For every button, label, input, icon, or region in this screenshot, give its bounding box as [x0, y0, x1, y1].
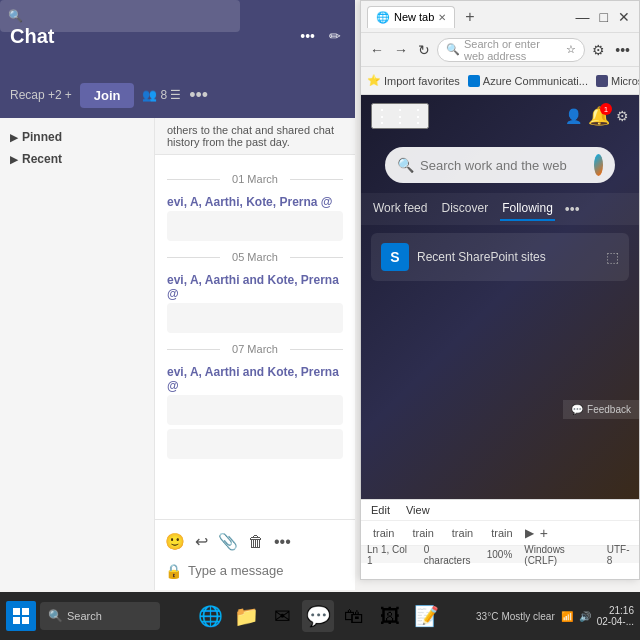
bing-logo — [594, 154, 603, 176]
edit-btn[interactable]: ✏ — [325, 26, 345, 46]
taskbar-app-store[interactable]: 🛍 — [338, 600, 370, 632]
browser-more-btn[interactable]: ••• — [612, 40, 633, 60]
search-box-container: 🔍 — [361, 137, 639, 193]
weather-info: 33°C Mostly clear — [476, 611, 555, 622]
view-tab-btn[interactable]: View — [402, 502, 434, 518]
browser-tab[interactable]: 🌐 New tab ✕ — [367, 6, 455, 28]
settings-btn[interactable]: ⚙ — [589, 40, 608, 60]
delete-btn[interactable]: 🗑 — [248, 533, 264, 551]
people-icon: 👥 — [142, 88, 157, 102]
chat-info-bar: others to the chat and shared chat histo… — [155, 118, 355, 155]
join-btn[interactable]: Join — [80, 83, 135, 108]
add-tab-btn[interactable]: + — [540, 525, 548, 541]
search-text: Search — [67, 610, 102, 622]
subheader-more-btn[interactable]: ••• — [189, 85, 208, 106]
expand-icon: ⬚ — [606, 249, 619, 265]
at-mention-3: @ — [167, 379, 179, 393]
sharepoint-card[interactable]: S Recent SharePoint sites ⬚ — [371, 233, 629, 281]
taskbar-app-notes[interactable]: 📝 — [410, 600, 442, 632]
browser-window: 🌐 New tab ✕ + — □ ✕ ← → ↻ 🔍 Search or en… — [360, 0, 640, 580]
emoji-btn[interactable]: 🙂 — [165, 532, 185, 551]
bing-dots-btn[interactable]: ⋮⋮⋮ — [371, 103, 429, 129]
tab-close-btn[interactable]: ✕ — [438, 12, 446, 23]
back-btn[interactable]: ← — [367, 40, 387, 60]
char-count: 0 characters — [424, 544, 475, 566]
chat-content: others to the chat and shared chat histo… — [155, 118, 355, 590]
list-icon: ☰ — [170, 88, 181, 102]
tab-icon: 🌐 — [376, 11, 390, 24]
new-tab-page: ⋮⋮⋮ 👤 🔔 1 ⚙ 🔍 Work feed Discover Followi… — [361, 95, 639, 499]
train-tab-4[interactable]: train — [485, 525, 518, 541]
status-bar: Ln 1, Col 1 0 characters 100% Windows (C… — [361, 545, 639, 563]
address-bar[interactable]: 🔍 Search or enter web address ☆ — [437, 38, 585, 62]
taskbar-app-edge[interactable]: 🌐 — [194, 600, 226, 632]
search-icon: 🔍 — [48, 609, 63, 623]
maximize-btn[interactable]: □ — [597, 7, 611, 27]
forward-btn[interactable]: → — [391, 40, 411, 60]
tab-more-icon[interactable]: ••• — [565, 201, 580, 217]
line-endings: Windows (CRLF) — [524, 544, 594, 566]
info-bar-text: others to the chat and shared chat histo… — [167, 124, 334, 148]
settings-icon-btn[interactable]: ⚙ — [616, 108, 629, 124]
sender-name: evi, A, Aarthi, Kote, Prerna @ — [167, 195, 343, 209]
search-box[interactable]: 🔍 — [385, 147, 615, 183]
svg-rect-3 — [22, 617, 29, 624]
teams-label: Microsoft Teams Ca... — [611, 75, 639, 87]
teams-search-bar[interactable]: 🔍 — [0, 0, 240, 32]
zoom-level: 100% — [487, 549, 513, 560]
sender-name-2: evi, A, Aarthi and Kote, Prerna @ — [167, 273, 343, 301]
bookmark-teams[interactable]: Microsoft Teams Ca... — [596, 75, 639, 87]
tab-discover[interactable]: Discover — [439, 197, 490, 221]
cursor-position: Ln 1, Col 1 — [367, 544, 412, 566]
feedback-bar[interactable]: 💬 Feedback — [563, 400, 639, 419]
train-tab-1[interactable]: train — [367, 525, 400, 541]
train-tab-3[interactable]: train — [446, 525, 479, 541]
more-compose-btn[interactable]: ••• — [274, 533, 291, 551]
bookmark-azure[interactable]: Azure Communicati... — [468, 75, 588, 87]
search-icon: 🔍 — [446, 43, 460, 56]
bing-header-icons: ⋮⋮⋮ — [371, 103, 429, 129]
taskbar-app-file[interactable]: 📁 — [230, 600, 262, 632]
minimize-btn[interactable]: — — [573, 7, 593, 27]
attach-btn[interactable]: 📎 — [218, 532, 238, 551]
gif-btn[interactable]: ↩ — [195, 532, 208, 551]
notifications-btn[interactable]: 🔔 1 — [588, 105, 610, 127]
people-count: 8 — [160, 88, 167, 102]
edit-tab-btn[interactable]: Edit — [367, 502, 394, 518]
browser-title-bar: 🌐 New tab ✕ + — □ ✕ — [361, 1, 639, 33]
message-bubble-2 — [167, 303, 343, 333]
tray-time[interactable]: 21:16 02-04-... — [597, 605, 634, 627]
more-options-btn[interactable]: ••• — [296, 26, 319, 46]
close-browser-btn[interactable]: ✕ — [615, 7, 633, 27]
recap-btn[interactable]: Recap +2 + — [10, 88, 72, 102]
people-btn[interactable]: 👥 8 ☰ — [142, 88, 181, 102]
time-display: 21:16 — [609, 605, 634, 616]
pinned-label: Pinned — [22, 130, 62, 144]
new-tab-btn[interactable]: + — [459, 6, 480, 28]
tab-work-feed[interactable]: Work feed — [371, 197, 429, 221]
weather-temp: 33°C — [476, 611, 498, 622]
bookmark-import[interactable]: ⭐ Import favorites — [367, 74, 460, 87]
taskbar-app-photos[interactable]: 🖼 — [374, 600, 406, 632]
teams-header: 🔍 Chat ••• ✏ — [0, 0, 355, 72]
taskbar-app-teams[interactable]: 💬 — [302, 600, 334, 632]
taskbar-search[interactable]: 🔍 Search — [40, 602, 160, 630]
taskbar-app-mail[interactable]: ✉ — [266, 600, 298, 632]
refresh-btn[interactable]: ↻ — [415, 40, 433, 60]
at-mention-2: @ — [167, 287, 179, 301]
tab-following[interactable]: Following — [500, 197, 555, 221]
start-btn[interactable] — [6, 601, 36, 631]
teams-panel: 🔍 Chat ••• ✏ Recap +2 + Join 👥 8 ☰ ••• ▶… — [0, 0, 355, 590]
feedback-label: Feedback — [587, 404, 631, 415]
compose-input[interactable] — [188, 559, 355, 582]
azure-label: Azure Communicati... — [483, 75, 588, 87]
sidebar-item-recent[interactable]: ▶ Recent — [0, 148, 154, 170]
search-input[interactable] — [420, 158, 588, 173]
bing-user-icon[interactable]: 👤 — [565, 108, 582, 124]
train-tab-2[interactable]: train — [406, 525, 439, 541]
play-btn[interactable]: ▶ — [525, 526, 534, 540]
svg-rect-0 — [13, 608, 20, 615]
office-tabs-row: Edit View — [361, 500, 639, 521]
sidebar-item-pinned[interactable]: ▶ Pinned — [0, 126, 154, 148]
card-label: Recent SharePoint sites — [417, 250, 598, 264]
